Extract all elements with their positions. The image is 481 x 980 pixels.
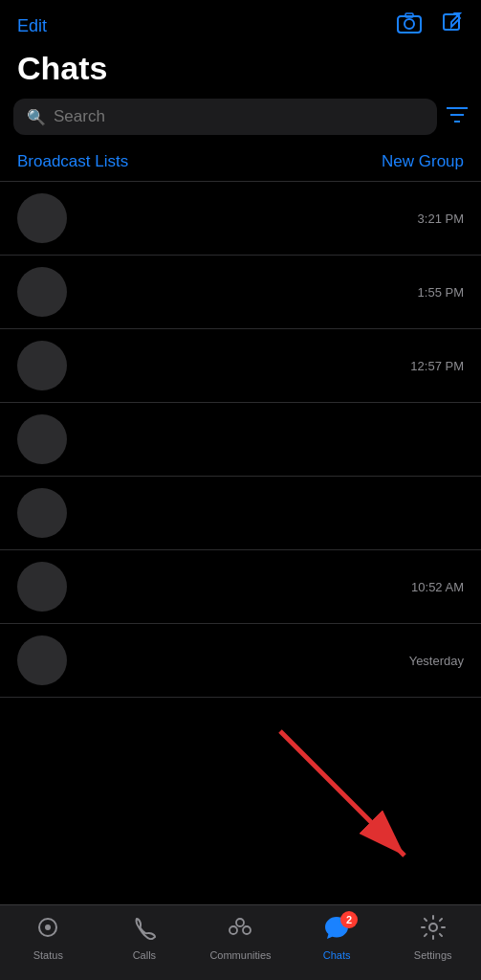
chat-content: Yesterday xyxy=(80,654,464,668)
header-icons xyxy=(397,11,464,40)
svg-point-14 xyxy=(429,924,437,931)
chat-item[interactable]: 3:21 PM xyxy=(0,182,481,256)
svg-point-12 xyxy=(243,926,251,934)
tab-settings[interactable]: Settings xyxy=(384,915,481,961)
chat-item[interactable]: 1:55 PM xyxy=(0,256,481,329)
chat-time: Yesterday xyxy=(409,654,464,668)
chat-item[interactable]: 10:52 AM xyxy=(0,550,481,624)
chat-top: 1:55 PM xyxy=(80,285,464,300)
chat-item[interactable]: Yesterday xyxy=(0,624,481,698)
tab-chats-label: Chats xyxy=(323,949,351,961)
filter-icon[interactable] xyxy=(447,104,468,129)
chat-item[interactable] xyxy=(0,477,481,550)
chats-badge: 2 xyxy=(340,911,358,928)
tab-bar: Status Calls Communities 2 xyxy=(0,904,481,980)
tab-settings-label: Settings xyxy=(414,949,452,961)
quick-actions: Broadcast Lists New Group xyxy=(0,145,481,182)
edit-button[interactable]: Edit xyxy=(17,16,47,36)
search-icon: 🔍 xyxy=(27,108,46,126)
chat-top: Yesterday xyxy=(80,654,464,668)
settings-icon xyxy=(421,915,446,947)
svg-point-13 xyxy=(236,919,244,926)
chat-time: 1:55 PM xyxy=(418,285,464,300)
chat-item[interactable] xyxy=(0,403,481,477)
tab-status[interactable]: Status xyxy=(0,915,97,961)
chat-time: 12:57 PM xyxy=(410,359,464,373)
tab-communities-label: Communities xyxy=(209,949,271,961)
chat-content: 1:55 PM xyxy=(80,285,464,300)
chat-item[interactable]: 12:57 PM xyxy=(0,329,481,403)
chat-content: 10:52 AM xyxy=(80,580,464,594)
broadcast-lists-button[interactable]: Broadcast Lists xyxy=(17,152,128,171)
tab-chats[interactable]: 2 Chats xyxy=(289,915,385,961)
avatar xyxy=(17,193,67,243)
chat-time: 3:21 PM xyxy=(418,212,464,226)
status-icon xyxy=(35,915,60,947)
chat-time: 10:52 AM xyxy=(411,580,464,594)
chat-content: 3:21 PM xyxy=(80,212,464,226)
chat-list: 3:21 PM 1:55 PM 12:57 PM xyxy=(0,182,481,793)
tab-calls[interactable]: Calls xyxy=(97,915,193,961)
chat-top: 12:57 PM xyxy=(80,359,464,373)
avatar xyxy=(17,267,67,317)
chat-top: 10:52 AM xyxy=(80,580,464,594)
header: Edit xyxy=(0,0,481,46)
communities-icon xyxy=(227,915,253,947)
tab-calls-label: Calls xyxy=(133,949,156,961)
camera-button[interactable] xyxy=(397,12,422,39)
compose-button[interactable] xyxy=(441,11,464,40)
svg-point-10 xyxy=(45,924,51,930)
chat-top: 3:21 PM xyxy=(80,212,464,226)
svg-point-1 xyxy=(404,19,414,29)
avatar xyxy=(17,635,67,685)
chats-icon-wrapper: 2 xyxy=(323,915,350,947)
avatar xyxy=(17,414,67,464)
svg-point-11 xyxy=(230,926,237,934)
avatar xyxy=(17,341,67,390)
search-bar[interactable]: 🔍 xyxy=(13,99,437,135)
avatar xyxy=(17,488,67,538)
tab-status-label: Status xyxy=(33,949,63,961)
search-bar-row: 🔍 xyxy=(0,99,481,145)
new-group-button[interactable]: New Group xyxy=(382,152,464,171)
calls-icon xyxy=(132,915,157,947)
tab-communities[interactable]: Communities xyxy=(192,915,289,961)
search-input[interactable] xyxy=(54,107,424,126)
avatar xyxy=(17,562,67,612)
chat-content: 12:57 PM xyxy=(80,359,464,373)
page-title: Chats xyxy=(0,46,481,99)
